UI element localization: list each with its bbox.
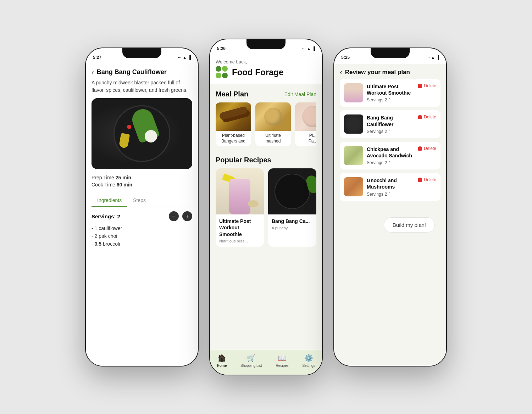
tab-steps[interactable]: Steps — [127, 195, 151, 207]
popular-card-smoothie[interactable]: Ultimate Post Workout Smoothie Nutritiou… — [216, 168, 264, 247]
popular-card-desc-bangbang: A punchy... — [272, 226, 313, 230]
meal-thumb-gnocchi — [344, 177, 363, 196]
ingredient-item: - 1 cauliflower — [92, 225, 192, 231]
delete-gnocchi-button[interactable]: Delete — [417, 177, 436, 182]
back-button-right[interactable]: ‹ — [340, 68, 342, 76]
meal-info-bangbang: Bang Bang Cauliflower Servings 2 ˅ — [367, 114, 414, 134]
build-plan-button[interactable]: Build my plan! — [384, 217, 435, 233]
battery-icon: ▐ — [188, 55, 191, 60]
servings-row: Servings: 2 − + — [86, 207, 198, 225]
recipe-header: ‹ Bang Bang Cauliflower — [86, 64, 198, 79]
back-button[interactable]: ‹ — [92, 68, 94, 76]
meal-info-gnocchi: Gnocchi and Mushrooms Servings 2 ˅ — [367, 177, 414, 196]
meal-plan-card-third[interactable]: Pl...Pa... — [295, 102, 316, 146]
logo-quad-2 — [222, 66, 228, 72]
signal-icon-r: ··· — [426, 55, 430, 60]
meal-name-bangbang: Bang Bang Cauliflower — [367, 114, 414, 127]
servings-controls: − + — [169, 211, 192, 221]
status-icons-right: ··· ▲ ▐ — [426, 55, 439, 60]
trash-icon-smoothie — [417, 83, 422, 88]
food-white-rice — [145, 130, 157, 142]
meal-review-list: Ultimate Post Workout Smoothie Servings … — [334, 79, 446, 201]
meal-thumb-chickpea — [344, 146, 363, 165]
popular-recipes-section-header: Popular Recipes — [216, 156, 316, 164]
decrease-servings-button[interactable]: − — [169, 211, 179, 221]
meal-name-chickpea: Chickpea and Avocado Sandwich — [367, 146, 414, 159]
svg-rect-0 — [418, 85, 422, 88]
servings-select-chickpea[interactable]: 2 ˅ — [385, 160, 390, 165]
nav-home[interactable]: 🏠 Home — [217, 354, 227, 368]
wifi-icon: ▲ — [183, 55, 187, 60]
nav-recipes-label: Recipes — [276, 364, 288, 368]
servings-select-smoothie[interactable]: 2 ˅ — [385, 97, 390, 102]
trash-icon-chickpea — [417, 146, 422, 151]
cook-time-row: Cook Time 60 min — [92, 182, 192, 188]
app-header: Welcome back, Food Forage — [210, 55, 322, 84]
meal-item-gnocchi: Gnocchi and Mushrooms Servings 2 ˅ Delet… — [340, 173, 440, 201]
nav-settings[interactable]: ⚙️ Settings — [302, 354, 315, 368]
trash-icon-bangbang — [417, 114, 422, 119]
delete-chickpea-button[interactable]: Delete — [417, 146, 436, 151]
popular-card-img-smoothie — [216, 168, 264, 214]
increase-servings-button[interactable]: + — [182, 211, 192, 221]
left-phone-screen: ‹ Bang Bang Cauliflower A punchy midweek… — [86, 64, 198, 366]
servings-select-bangbang[interactable]: 2 ˅ — [385, 129, 390, 134]
delete-smoothie-button[interactable]: Delete — [417, 83, 436, 88]
meal-card-img-mashed — [255, 102, 291, 131]
right-phone-screen: ‹ Review your meal plan Ultimate Post Wo… — [334, 64, 446, 366]
popular-card-body-bangbang: Bang Bang Ca... A punchy... — [268, 214, 316, 234]
meal-thumb-bangbang — [344, 114, 363, 134]
meal-plan-card-mashed[interactable]: Ultimatemashed — [255, 102, 291, 146]
time-left: 5:27 — [93, 55, 101, 60]
app-logo — [216, 66, 228, 79]
battery-icon-c: ▐ — [312, 46, 315, 51]
svg-rect-11 — [418, 178, 422, 179]
phone-left: 5:27 ··· ▲ ▐ ‹ Bang Bang Cauliflower A p… — [85, 47, 199, 367]
popular-card-bangbang[interactable]: Bang Bang Ca... A punchy... — [268, 168, 316, 247]
nav-home-label: Home — [217, 364, 227, 368]
recipe-image — [92, 98, 192, 169]
meal-plan-review-header: ‹ Review your meal plan — [334, 64, 446, 79]
meal-card-label-bangers: Plant-basedBangers and — [216, 131, 251, 146]
app-title: Food Forage — [232, 67, 283, 77]
svg-rect-6 — [418, 147, 422, 151]
recipe-title: Bang Bang Cauliflower — [97, 68, 167, 76]
popular-card-title-bangbang: Bang Bang Ca... — [272, 218, 313, 224]
meal-plan-card-bangers[interactable]: Plant-basedBangers and — [216, 102, 251, 146]
time-right: 5:25 — [341, 55, 350, 60]
nav-shopping-list[interactable]: 🛒 Shopping List — [240, 354, 262, 368]
edit-meal-plan-link[interactable]: Edit Meal Plan — [284, 91, 316, 97]
meal-servings-bangbang: Servings 2 ˅ — [367, 129, 414, 134]
nav-recipes[interactable]: 📖 Recipes — [276, 354, 288, 368]
prep-time-value: 25 min — [116, 175, 131, 180]
app-title-row: Food Forage — [216, 66, 316, 79]
ingredients-list: - 1 cauliflower - 2 pak choi - 0.5 brocc… — [86, 225, 198, 247]
servings-select-gnocchi[interactable]: 2 ˅ — [385, 192, 390, 197]
meal-item-smoothie: Ultimate Post Workout Smoothie Servings … — [340, 79, 440, 107]
bb-plate — [275, 174, 310, 209]
meal-plan-scroll: Plant-basedBangers and Ultimatemashed Pl… — [216, 102, 316, 147]
smoothie-oats — [248, 200, 259, 207]
meal-thumb-smoothie — [344, 83, 363, 102]
logo-quad-4 — [222, 73, 228, 78]
notch-right — [371, 48, 410, 58]
meal-plan-section-header: Meal Plan Edit Meal Plan — [216, 90, 316, 98]
svg-rect-8 — [418, 147, 422, 148]
svg-rect-2 — [418, 84, 422, 85]
svg-rect-3 — [418, 116, 422, 119]
tab-ingredients[interactable]: Ingredients — [92, 195, 127, 207]
popular-card-img-bangbang — [268, 168, 316, 214]
right-screen-content: ‹ Review your meal plan Ultimate Post Wo… — [334, 64, 446, 366]
delete-bangbang-button[interactable]: Delete — [417, 114, 436, 119]
ingredient-item: - 2 pak choi — [92, 233, 192, 239]
popular-card-body-smoothie: Ultimate Post Workout Smoothie Nutritiou… — [216, 214, 264, 247]
smoothie-jar — [229, 179, 250, 214]
time-center: 5:26 — [217, 46, 226, 51]
prep-info: Prep Time 25 min Cook Time 60 min — [86, 175, 198, 192]
svg-rect-9 — [418, 179, 422, 182]
meal-name-smoothie: Ultimate Post Workout Smoothie — [367, 83, 414, 96]
popular-card-desc-smoothie: Nutritious bliss... — [219, 239, 260, 243]
popular-recipes-grid: Ultimate Post Workout Smoothie Nutritiou… — [216, 168, 316, 247]
notch-center — [246, 39, 286, 49]
recipe-image-placeholder — [92, 98, 192, 169]
